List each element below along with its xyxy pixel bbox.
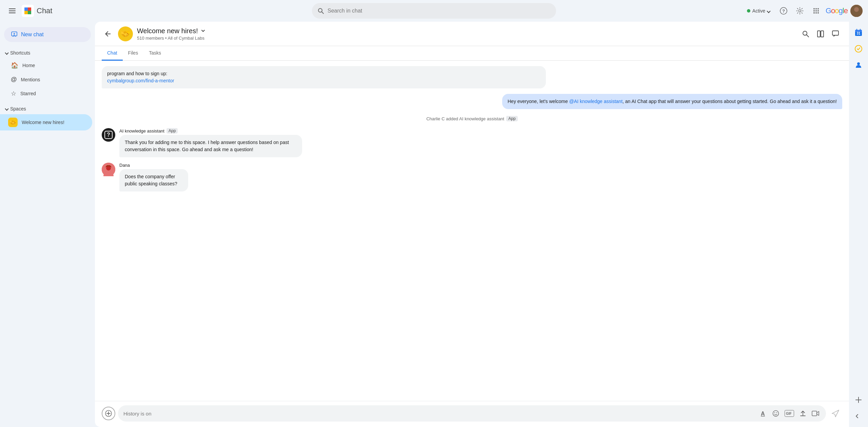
svg-point-23 <box>803 31 807 35</box>
message-link[interactable]: cymbalgroup.com/find-a-mentor <box>107 78 174 83</box>
scope-separator: • <box>165 36 167 41</box>
channel-search-button[interactable] <box>799 27 812 41</box>
dana-message-row: Dana Does the company offer public speak… <box>102 163 842 191</box>
rail-contacts-button[interactable] <box>852 58 865 72</box>
sidebar-item-starred[interactable]: ☆ Starred <box>0 86 92 101</box>
tasks-icon <box>854 45 863 53</box>
ai-message-content: AI knowledge assistant App Thank you for… <box>119 128 424 157</box>
rail-add-button[interactable] <box>852 393 865 407</box>
messages-area: program and how to sign up: cymbalgroup.… <box>95 61 849 401</box>
svg-rect-1 <box>9 11 16 11</box>
text-format-button[interactable]: A <box>759 409 768 418</box>
app-logo: Chat <box>22 5 52 17</box>
channel-threads-button[interactable] <box>829 27 842 41</box>
home-label: Home <box>22 63 35 68</box>
settings-button[interactable] <box>793 4 807 18</box>
svg-point-8 <box>798 10 801 12</box>
gif-icon: GIF <box>785 410 794 417</box>
tab-files[interactable]: Files <box>123 46 144 61</box>
channel-title-text: Welcome new hires! <box>137 27 198 35</box>
sidebar: New chat Shortcuts 🏠 Home @ Mentions ☆ S… <box>0 22 95 427</box>
chat-logo-icon <box>22 5 34 17</box>
ai-message-bubble: Thank you for adding me to this space. I… <box>119 135 302 157</box>
channel-info: Welcome new hires! 510 members • All of … <box>137 27 795 41</box>
sidebar-item-home[interactable]: 🏠 Home <box>0 58 92 73</box>
search-bar <box>312 3 556 19</box>
home-icon: 🏠 <box>11 62 18 69</box>
spaces-section: Spaces 🤝 Welcome new hires! <box>0 103 95 130</box>
calendar-icon: 31 <box>854 28 863 37</box>
message-bubble-self: Hey everyone, let's welcome @AI knowledg… <box>502 94 842 109</box>
main-layout: New chat Shortcuts 🏠 Home @ Mentions ☆ S… <box>0 22 868 427</box>
video-button[interactable] <box>810 409 821 418</box>
gear-icon <box>796 7 804 15</box>
svg-point-38 <box>774 412 775 413</box>
search-container <box>312 3 556 19</box>
message-bubble: program and how to sign up: cymbalgroup.… <box>102 66 546 88</box>
space-emoji: 🤝 <box>8 118 18 127</box>
nav-right: Active ? <box>741 4 863 18</box>
svg-point-31 <box>106 166 111 170</box>
back-button[interactable] <box>102 28 114 40</box>
ai-message-text: Thank you for adding me to this space. I… <box>125 140 289 152</box>
contacts-icon <box>854 61 863 69</box>
expand-icon <box>855 413 862 420</box>
shortcuts-label: Shortcuts <box>10 50 30 56</box>
svg-text:31: 31 <box>856 32 861 35</box>
spaces-chevron-icon <box>5 107 8 110</box>
dana-message-text: Does the company offer public speaking c… <box>125 174 177 186</box>
app-badge: App <box>506 116 517 121</box>
spaces-header[interactable]: Spaces <box>0 103 95 114</box>
apps-grid-button[interactable] <box>809 4 823 18</box>
ai-avatar-icon: ? <box>104 130 113 139</box>
channel-title-chevron-icon[interactable] <box>200 28 206 34</box>
gif-button[interactable]: GIF <box>783 409 795 418</box>
message-text-after: , an AI Chat app that will answer your q… <box>623 99 837 104</box>
shortcuts-header[interactable]: Shortcuts <box>0 47 95 58</box>
sidebar-item-welcome-new-hires[interactable]: 🤝 Welcome new hires! <box>0 114 92 130</box>
channel-header: 🤝 Welcome new hires! 510 members • All o… <box>95 22 849 46</box>
svg-point-49 <box>855 45 862 52</box>
rail-expand-button[interactable] <box>852 409 865 423</box>
chevron-down-icon <box>767 8 770 14</box>
channel-layout-button[interactable] <box>814 27 827 41</box>
status-indicator[interactable]: Active <box>743 6 774 16</box>
ai-message-row: ? AI knowledge assistant App Thank you f… <box>102 128 842 157</box>
hamburger-menu-button[interactable] <box>5 4 19 18</box>
svg-text:A: A <box>761 411 765 416</box>
message-text-before: Hey everyone, let's welcome <box>508 99 569 104</box>
rail-calendar-button[interactable]: 31 <box>852 26 865 39</box>
mention-ai: @AI knowledge assistant <box>569 99 623 104</box>
add-attachment-button[interactable] <box>102 407 115 420</box>
new-chat-button[interactable]: New chat <box>4 27 91 42</box>
upload-button[interactable] <box>798 409 808 418</box>
help-button[interactable]: ? <box>777 4 790 18</box>
emoji-icon <box>772 410 779 417</box>
google-logo: Google <box>826 6 848 15</box>
search-input[interactable] <box>328 8 551 14</box>
svg-point-13 <box>815 10 817 12</box>
user-avatar[interactable] <box>850 5 863 17</box>
sidebar-item-mentions[interactable]: @ Mentions <box>0 73 92 86</box>
message-text: program and how to sign up: <box>107 71 167 76</box>
top-navigation: Chat Active ? <box>0 0 868 22</box>
message-input[interactable] <box>123 411 756 416</box>
tab-tasks[interactable]: Tasks <box>143 46 166 61</box>
app-title: Chat <box>37 6 52 15</box>
text-format-icon: A <box>760 410 767 417</box>
svg-rect-25 <box>817 31 820 37</box>
send-icon <box>831 409 840 418</box>
right-rail: 31 <box>849 22 868 427</box>
svg-rect-27 <box>832 31 839 35</box>
send-button[interactable] <box>829 407 842 420</box>
emoji-button[interactable] <box>771 409 781 418</box>
dana-sender-name: Dana <box>119 163 234 168</box>
rail-tasks-button[interactable] <box>852 42 865 56</box>
dana-message-bubble: Does the company offer public speaking c… <box>119 169 188 191</box>
spaces-label: Spaces <box>10 106 26 111</box>
dana-avatar <box>102 163 115 176</box>
tab-chat[interactable]: Chat <box>102 46 123 61</box>
channel-actions <box>799 27 842 41</box>
svg-point-9 <box>813 8 815 9</box>
ai-sender: AI knowledge assistant App <box>119 128 424 134</box>
